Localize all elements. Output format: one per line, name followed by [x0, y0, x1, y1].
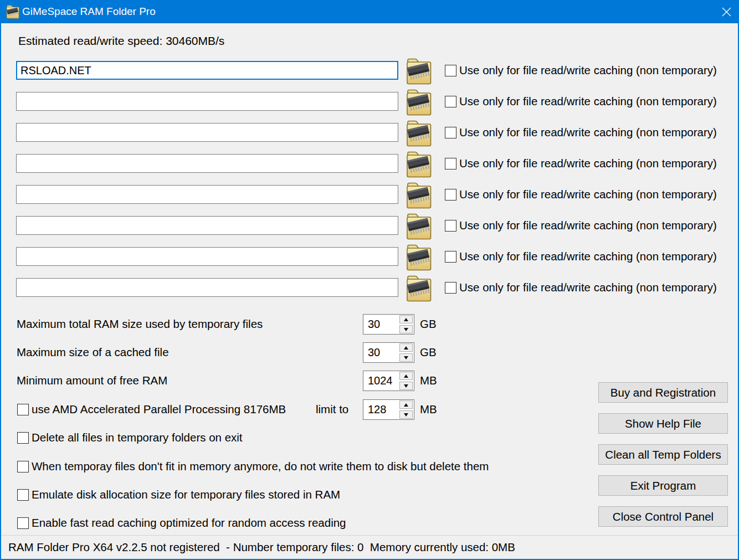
caching-checkbox-label: Use only for file read/write caching (no… [459, 219, 717, 232]
close-control-panel-button[interactable]: Close Control Panel [598, 506, 728, 527]
caching-checkbox-label: Use only for file read/write caching (no… [459, 157, 717, 170]
min-free-ram-unit: MB [420, 374, 437, 387]
down-arrow-icon [404, 356, 408, 359]
max-cached-file-spinner[interactable] [363, 342, 414, 363]
spin-up-button[interactable] [399, 343, 413, 352]
up-arrow-icon [404, 374, 408, 378]
status-text: RAM Folder Pro X64 v2.2.5 not registered… [8, 541, 515, 554]
browse-ram-folder-button[interactable] [406, 88, 432, 116]
folder-path-input[interactable] [16, 92, 398, 111]
spin-buttons [398, 400, 414, 419]
fast-read-caching-checkbox[interactable] [17, 517, 29, 529]
spin-up-button[interactable] [399, 315, 413, 323]
folder-chip-icon [406, 88, 432, 116]
app-folder-chip-icon [5, 4, 20, 19]
delete-instead-of-disk-label: When temporay files don't fit in memory … [32, 460, 489, 473]
ram-folder-row: Use only for file read/write caching (no… [16, 57, 739, 86]
spin-down-button[interactable] [399, 325, 413, 333]
spin-buttons [398, 343, 414, 362]
spin-down-button[interactable] [399, 353, 413, 362]
folder-chip-icon [406, 243, 432, 271]
amd-parallel-checkbox[interactable] [17, 404, 29, 415]
caching-checkbox-label: Use only for file read/write caching (no… [459, 126, 717, 139]
browse-ram-folder-button[interactable] [406, 119, 432, 147]
folder-path-input[interactable] [16, 278, 398, 297]
close-button[interactable] [714, 0, 739, 23]
max-total-ram-label: Maximum total RAM size used by temporary… [17, 317, 263, 331]
folder-path-input[interactable] [16, 154, 398, 173]
min-free-ram-spinner[interactable] [363, 371, 414, 391]
ram-folder-row: Use only for file read/write caching (no… [16, 119, 739, 148]
exit-program-button[interactable]: Exit Program [598, 475, 728, 496]
setting-max-total-ram: Maximum total RAM size used by temporary… [0, 314, 739, 335]
browse-ram-folder-button[interactable] [406, 243, 432, 271]
max-total-ram-value[interactable] [363, 315, 398, 334]
folder-path-input[interactable] [16, 185, 398, 204]
setting-max-cached-file: Maximum size of a cached file GB [0, 342, 739, 363]
browse-ram-folder-button[interactable] [406, 57, 432, 85]
down-arrow-icon [404, 413, 408, 417]
max-cached-file-unit: GB [420, 346, 437, 359]
max-cached-file-label: Maximum size of a cached file [17, 346, 169, 359]
caching-checkbox-label: Use only for file read/write caching (no… [459, 250, 717, 263]
folder-chip-icon [406, 150, 432, 178]
delete-on-exit-label: Delete all files in temporary folders on… [32, 431, 243, 444]
spin-buttons [398, 371, 414, 391]
max-cached-file-value[interactable] [363, 343, 398, 362]
amd-limit-spinner[interactable] [363, 399, 414, 420]
spin-down-button[interactable] [399, 410, 413, 419]
folder-chip-icon [406, 57, 432, 85]
browse-ram-folder-button[interactable] [406, 181, 432, 209]
caching-checkbox[interactable] [445, 96, 456, 107]
folder-path-input[interactable] [16, 216, 398, 235]
caching-checkbox-label: Use only for file read/write caching (no… [459, 281, 717, 294]
browse-ram-folder-button[interactable] [406, 212, 432, 240]
max-total-ram-unit: GB [420, 317, 437, 331]
window-title: GiMeSpace RAM Folder Pro [22, 0, 156, 23]
folder-path-input[interactable] [16, 247, 398, 266]
spin-down-button[interactable] [399, 382, 413, 390]
up-arrow-icon [404, 346, 408, 350]
browse-ram-folder-button[interactable] [406, 274, 432, 302]
min-free-ram-value[interactable] [363, 371, 398, 391]
clean-temp-folders-button[interactable]: Clean all Temp Folders [598, 444, 728, 465]
ram-folder-row: Use only for file read/write caching (no… [16, 181, 739, 210]
max-total-ram-spinner[interactable] [363, 314, 414, 335]
amd-limit-unit: MB [420, 403, 437, 416]
emulate-allocation-checkbox[interactable] [17, 489, 29, 501]
emulate-allocation-label: Emulate disk allocation size for tempora… [32, 488, 340, 501]
caching-checkbox[interactable] [445, 282, 456, 294]
ram-folder-row: Use only for file read/write caching (no… [16, 88, 739, 117]
app-window: GiMeSpace RAM Folder Pro Estimated read/… [0, 0, 739, 560]
caching-checkbox[interactable] [445, 220, 456, 232]
folder-chip-icon [406, 212, 432, 240]
ram-folder-row: Use only for file read/write caching (no… [16, 274, 739, 303]
caching-checkbox[interactable] [445, 251, 456, 263]
caching-checkbox[interactable] [445, 158, 456, 169]
folder-path-input[interactable] [16, 123, 398, 142]
caching-checkbox[interactable] [445, 189, 456, 201]
show-help-button[interactable]: Show Help File [598, 413, 728, 434]
amd-limit-value[interactable] [363, 400, 398, 419]
down-arrow-icon [404, 328, 408, 331]
browse-ram-folder-button[interactable] [406, 150, 432, 178]
spin-up-button[interactable] [399, 372, 413, 380]
limit-to-label: limit to [316, 403, 348, 416]
caching-checkbox-label: Use only for file read/write caching (no… [459, 188, 717, 201]
spin-up-button[interactable] [399, 400, 413, 409]
status-bar: RAM Folder Pro X64 v2.2.5 not registered… [1, 535, 738, 559]
down-arrow-icon [404, 384, 408, 388]
delete-instead-of-disk-checkbox[interactable] [17, 461, 29, 472]
buy-registration-button[interactable]: Buy and Registration [598, 382, 728, 403]
caching-checkbox[interactable] [445, 127, 456, 138]
titlebar[interactable]: GiMeSpace RAM Folder Pro [0, 0, 739, 23]
spin-buttons [398, 315, 414, 334]
caching-checkbox[interactable] [445, 65, 456, 76]
ram-folder-row: Use only for file read/write caching (no… [16, 212, 739, 241]
folder-chip-icon [406, 274, 432, 302]
speed-label: Estimated read/write speed: 30460MB/s [18, 34, 224, 48]
amd-parallel-label: use AMD Accelerated Parallel Processing … [32, 403, 286, 416]
delete-on-exit-checkbox[interactable] [17, 432, 29, 444]
folder-path-input[interactable] [16, 61, 398, 80]
fast-read-caching-label: Enable fast read caching optimized for r… [32, 516, 346, 530]
